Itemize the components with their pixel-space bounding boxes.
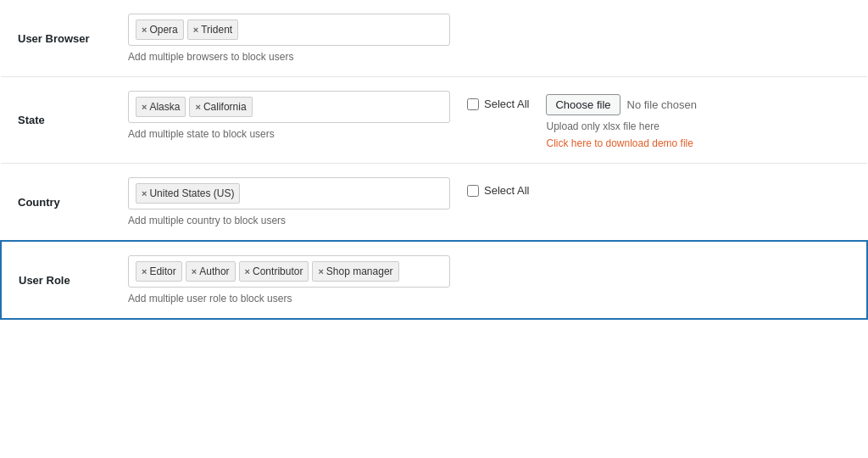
select-all-state[interactable]: Select All xyxy=(467,91,529,110)
tag-opera[interactable]: ×Opera xyxy=(136,20,184,40)
content-country: ×United States (US)Add multiple country … xyxy=(120,164,867,242)
tag-author[interactable]: ×Author xyxy=(186,261,236,282)
form-row-country: Country×United States (US)Add multiple c… xyxy=(1,164,867,242)
left-part-state: ×Alaska×CaliforniaAdd multiple state to … xyxy=(128,91,450,140)
tag-label: Trident xyxy=(201,24,232,36)
tag-remove-icon[interactable]: × xyxy=(245,266,250,276)
download-demo-link[interactable]: Click here to download demo file xyxy=(546,137,696,149)
row-inner-user-role: ×Editor×Author×Contributor×Shop managerA… xyxy=(128,255,858,304)
left-part-user-role: ×Editor×Author×Contributor×Shop managerA… xyxy=(128,255,450,304)
tag-label: Opera xyxy=(149,24,177,36)
tag-label: Author xyxy=(199,265,229,277)
content-user-browser: ×Opera×TridentAdd multiple browsers to b… xyxy=(120,0,867,77)
tag-remove-icon[interactable]: × xyxy=(142,25,147,35)
tag-united-states-(us)[interactable]: ×United States (US) xyxy=(136,183,240,204)
tag-trident[interactable]: ×Trident xyxy=(187,20,238,40)
left-part-user-browser: ×Opera×TridentAdd multiple browsers to b… xyxy=(128,14,450,63)
select-all-country[interactable]: Select All xyxy=(467,177,529,197)
helper-text-country: Add multiple country to block users xyxy=(128,215,450,226)
file-upload-row: Choose fileNo file chosen xyxy=(546,94,696,115)
select-all-checkbox-state[interactable] xyxy=(467,98,479,110)
select-all-checkbox-country[interactable] xyxy=(467,185,479,197)
no-file-text: No file chosen xyxy=(627,98,697,111)
helper-text-state: Add multiple state to block users xyxy=(128,128,450,140)
form-row-user-role: User Role×Editor×Author×Contributor×Shop… xyxy=(1,241,867,319)
tag-remove-icon[interactable]: × xyxy=(142,188,147,198)
tag-remove-icon[interactable]: × xyxy=(195,102,200,112)
tag-label: Editor xyxy=(149,265,175,277)
tag-contributor[interactable]: ×Contributor xyxy=(239,261,309,282)
tag-remove-icon[interactable]: × xyxy=(318,266,323,276)
tag-input-state[interactable]: ×Alaska×California xyxy=(128,91,450,123)
tag-editor[interactable]: ×Editor xyxy=(136,261,182,282)
tag-label: Contributor xyxy=(253,265,303,277)
form-row-user-browser: User Browser×Opera×TridentAdd multiple b… xyxy=(1,0,867,77)
file-upload-section-state: Choose fileNo file chosenUpload only xls… xyxy=(546,91,696,149)
form-row-state: State×Alaska×CaliforniaAdd multiple stat… xyxy=(1,77,867,164)
row-inner-country: ×United States (US)Add multiple country … xyxy=(128,177,859,226)
upload-note: Upload only xlsx file here xyxy=(546,120,696,132)
tag-california[interactable]: ×California xyxy=(189,97,252,117)
tag-label: United States (US) xyxy=(149,187,234,199)
left-part-country: ×United States (US)Add multiple country … xyxy=(128,177,450,226)
label-country: Country xyxy=(1,164,120,242)
content-user-role: ×Editor×Author×Contributor×Shop managerA… xyxy=(120,241,867,319)
tag-input-country[interactable]: ×United States (US) xyxy=(128,177,450,209)
tag-label: Shop manager xyxy=(326,265,393,277)
tag-remove-icon[interactable]: × xyxy=(193,25,198,35)
label-user-role: User Role xyxy=(1,241,120,319)
select-all-label-country: Select All xyxy=(484,184,529,197)
settings-form: User Browser×Opera×TridentAdd multiple b… xyxy=(0,0,868,320)
tag-input-user-browser[interactable]: ×Opera×Trident xyxy=(128,14,450,46)
tag-alaska[interactable]: ×Alaska xyxy=(136,97,186,117)
tag-input-user-role[interactable]: ×Editor×Author×Contributor×Shop manager xyxy=(128,255,450,288)
label-user-browser: User Browser xyxy=(1,0,120,77)
tag-remove-icon[interactable]: × xyxy=(142,266,147,276)
row-inner-state: ×Alaska×CaliforniaAdd multiple state to … xyxy=(128,91,859,149)
tag-label: Alaska xyxy=(149,101,180,113)
tag-shop-manager[interactable]: ×Shop manager xyxy=(312,261,398,282)
select-all-label-state: Select All xyxy=(484,98,529,110)
choose-file-button[interactable]: Choose file xyxy=(546,94,620,115)
helper-text-user-role: Add multiple user role to block users xyxy=(128,293,450,304)
tag-label: California xyxy=(203,101,247,113)
row-inner-user-browser: ×Opera×TridentAdd multiple browsers to b… xyxy=(128,14,859,63)
tag-remove-icon[interactable]: × xyxy=(142,102,147,112)
tag-remove-icon[interactable]: × xyxy=(192,266,197,276)
label-state: State xyxy=(1,77,120,164)
helper-text-user-browser: Add multiple browsers to block users xyxy=(128,51,450,63)
content-state: ×Alaska×CaliforniaAdd multiple state to … xyxy=(120,77,867,164)
